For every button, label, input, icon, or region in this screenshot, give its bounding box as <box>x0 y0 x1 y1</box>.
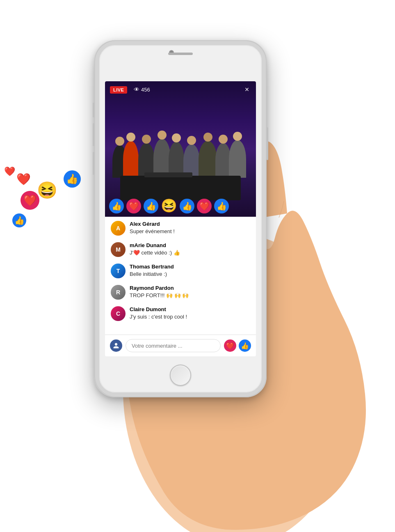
avatar-alex: A <box>111 221 126 236</box>
home-button[interactable] <box>170 365 191 386</box>
laugh-reaction-1[interactable]: 😆 <box>161 198 177 213</box>
power-button <box>267 127 268 160</box>
like-reaction-3[interactable]: 👍 <box>180 199 194 213</box>
viewer-count: 👁 456 <box>134 86 150 93</box>
float-laugh-1: 😆 <box>37 181 57 200</box>
comment-text-alex: Super événement ! <box>130 228 250 235</box>
volume-down-button <box>93 152 94 175</box>
comment-content-alex: Alex Gérard Super événement ! <box>130 221 250 235</box>
person-9 <box>229 140 246 178</box>
heart-reaction-2[interactable]: ❤️ <box>197 199 212 213</box>
user-avatar <box>110 339 122 352</box>
avatar-claire: C <box>111 306 126 321</box>
comment-text-input[interactable] <box>126 339 221 352</box>
like-reaction-1[interactable]: 👍 <box>109 199 124 213</box>
like-reaction-button[interactable]: 👍 <box>239 339 251 352</box>
floating-reactions-container: ❤️ 😆 👍 ❤️ 👍 ❤️ <box>8 164 98 267</box>
comment-thomas: T Thomas Bertrand Belle initiative :) <box>105 259 256 281</box>
comment-content-claire: Claire Dumont J'y suis : c'est trop cool… <box>130 306 250 321</box>
live-video: LIVE 👁 456 × 👍 ❤️ 👍 <box>105 81 256 217</box>
comment-text-marie: J'❤️ cette vidéo :) 👍 <box>130 249 250 257</box>
float-like-1: 👍 <box>64 170 81 188</box>
close-button[interactable]: × <box>242 85 252 94</box>
live-badge: LIVE <box>110 86 127 94</box>
heart-reaction-1[interactable]: ❤️ <box>126 199 141 213</box>
commenter-name-claire: Claire Dumont <box>130 306 250 312</box>
commenter-name-alex: Alex Gérard <box>130 221 250 227</box>
person-4 <box>153 139 171 178</box>
comment-input-area: ❤️ 👍 <box>105 335 256 356</box>
avatar-marie: M <box>111 242 126 257</box>
video-reactions-bar: 👍 ❤️ 👍 😆 👍 ❤️ 👍 <box>105 184 256 217</box>
avatar-raymond: R <box>111 285 126 300</box>
eye-icon: 👁 <box>134 86 139 93</box>
comment-content-thomas: Thomas Bertrand Belle initiative :) <box>130 264 250 278</box>
comment-text-raymond: TROP FORT!!! 🙌 🙌 🙌 <box>130 292 250 299</box>
like-reaction-2[interactable]: 👍 <box>144 199 158 213</box>
heart-reaction-button[interactable]: ❤️ <box>224 339 236 352</box>
person-8 <box>215 143 231 178</box>
float-heart-2: ❤️ <box>4 166 15 177</box>
avatar-thomas: T <box>111 264 126 278</box>
comment-claire: C Claire Dumont J'y suis : c'est trop co… <box>105 302 256 323</box>
comment-alex: A Alex Gérard Super événement ! <box>105 217 256 238</box>
comment-content-raymond: Raymond Pardon TROP FORT!!! 🙌 🙌 🙌 <box>130 285 250 299</box>
float-like-2: 👍 <box>12 213 26 227</box>
comments-section: A Alex Gérard Super événement ! M <box>105 217 256 335</box>
commenter-name-marie: mArie Dunand <box>130 242 250 248</box>
float-heart-circle: ❤️ <box>21 191 39 210</box>
volume-up-button <box>93 123 94 146</box>
comment-text-thomas: Belle initiative :) <box>130 271 250 278</box>
earpiece-speaker <box>168 53 193 55</box>
commenter-name-thomas: Thomas Bertrand <box>130 264 250 270</box>
comment-raymond: R Raymond Pardon TROP FORT!!! 🙌 🙌 🙌 <box>105 281 256 302</box>
input-reaction-buttons: ❤️ 👍 <box>224 339 251 352</box>
phone-frame: LIVE 👁 456 × 👍 ❤️ 👍 <box>94 40 267 397</box>
phone-screen: LIVE 👁 456 × 👍 ❤️ 👍 <box>105 81 256 356</box>
volume-mute-button <box>93 103 94 117</box>
viewer-number: 456 <box>141 87 150 93</box>
float-heart-1: ❤️ <box>16 172 31 186</box>
commenter-name-raymond: Raymond Pardon <box>130 285 250 291</box>
person-2 <box>123 141 139 178</box>
comment-content-marie: mArie Dunand J'❤️ cette vidéo :) 👍 <box>130 242 250 257</box>
person-7 <box>199 141 217 178</box>
comment-marie: M mArie Dunand J'❤️ cette vidéo :) 👍 <box>105 238 256 259</box>
like-reaction-4[interactable]: 👍 <box>214 199 229 213</box>
comment-text-claire: J'y suis : c'est trop cool ! <box>130 313 250 321</box>
